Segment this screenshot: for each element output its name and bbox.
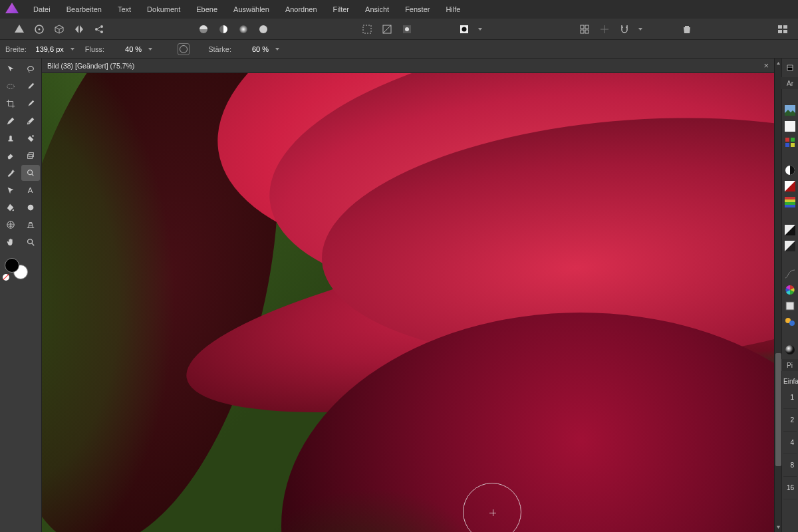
lasso-tool[interactable] xyxy=(21,61,40,77)
adj-swap-icon[interactable] xyxy=(783,315,797,329)
svg-point-4 xyxy=(100,31,103,33)
dropdown-icon[interactable] xyxy=(478,28,482,31)
canvas-viewport[interactable] xyxy=(42,73,774,532)
grid-snap-icon[interactable] xyxy=(576,21,593,38)
perspective-tool[interactable] xyxy=(21,217,40,233)
quickmask-icon[interactable] xyxy=(398,21,416,38)
menu-help[interactable]: Hilfe xyxy=(438,1,468,17)
eraser-tool[interactable] xyxy=(1,148,20,164)
pencil-tool[interactable] xyxy=(1,113,20,129)
adj-diag-dark-icon[interactable] xyxy=(783,223,797,237)
menu-edit[interactable]: Bearbeiten xyxy=(59,1,110,17)
brush-row[interactable]: 16 xyxy=(787,484,794,491)
menu-layer[interactable]: Ebene xyxy=(188,1,225,17)
target-icon[interactable] xyxy=(31,21,48,38)
scroll-track[interactable] xyxy=(775,67,782,523)
menu-window[interactable]: Fenster xyxy=(397,1,438,17)
svg-rect-38 xyxy=(791,138,795,142)
adj-diag-light-icon[interactable] xyxy=(783,239,797,253)
adj-sphere-icon[interactable] xyxy=(783,343,797,356)
no-color-icon[interactable] xyxy=(3,274,9,281)
dropdown-icon[interactable] xyxy=(148,48,152,51)
text-tool[interactable]: A xyxy=(21,182,40,198)
menu-document[interactable]: Dokument xyxy=(139,1,188,17)
wand-tool[interactable] xyxy=(1,165,20,181)
mesh-tool[interactable] xyxy=(1,217,20,233)
color-swatch[interactable] xyxy=(1,258,40,283)
cube-icon[interactable] xyxy=(51,21,68,38)
adj-red-grad-icon[interactable] xyxy=(783,180,797,193)
menu-text[interactable]: Text xyxy=(110,1,139,17)
document-tab[interactable]: Bild (38) [Geändert] (75.7%) xyxy=(47,62,134,70)
mask-bw-icon[interactable] xyxy=(456,21,473,38)
sphere-b-icon[interactable] xyxy=(215,21,232,38)
snap-off-icon[interactable] xyxy=(596,21,613,38)
adj-white-icon[interactable] xyxy=(783,120,797,133)
sphere-d-icon[interactable] xyxy=(255,21,272,38)
hand-tool[interactable] xyxy=(1,234,20,250)
adj-box-icon[interactable] xyxy=(783,299,797,313)
panel-tab-pi[interactable]: Pi xyxy=(784,360,795,370)
canvas-image xyxy=(42,73,774,532)
gradient-tool[interactable] xyxy=(21,200,40,215)
document-tab-title: Bild (38) [Geändert] (75.7%) xyxy=(47,62,134,70)
menu-file[interactable]: Datei xyxy=(25,1,59,17)
brush-row[interactable]: 8 xyxy=(790,462,794,469)
svg-point-27 xyxy=(32,135,34,137)
ellipse-marquee-tool[interactable] xyxy=(1,78,20,94)
trash-icon[interactable] xyxy=(678,21,696,38)
persona-photo-icon[interactable] xyxy=(11,21,28,38)
menu-arrange[interactable]: Anordnen xyxy=(277,1,325,17)
svg-rect-20 xyxy=(778,25,782,29)
healing-tool[interactable] xyxy=(21,113,40,129)
adj-stripes-icon[interactable] xyxy=(783,196,797,209)
foreground-color[interactable] xyxy=(5,258,19,273)
expand-panel-icon[interactable] xyxy=(783,61,797,74)
document-area: Bild (38) [Geändert] (75.7%) × xyxy=(42,59,774,532)
close-tab-icon[interactable]: × xyxy=(763,61,774,70)
menu-select[interactable]: Auswählen xyxy=(225,1,277,17)
brush-row[interactable]: 2 xyxy=(790,416,794,424)
brush-row[interactable]: 1 xyxy=(790,394,794,401)
share-icon[interactable] xyxy=(90,21,108,38)
crop-tool[interactable] xyxy=(1,96,20,112)
sphere-c-icon[interactable] xyxy=(235,21,252,38)
sphere-a-icon[interactable] xyxy=(195,21,212,38)
move-tool[interactable] xyxy=(1,61,20,77)
stamp-tool[interactable] xyxy=(1,130,20,146)
inpaint-tool[interactable] xyxy=(21,130,40,146)
staerke-input[interactable] xyxy=(235,45,269,53)
eyedropper-tool[interactable] xyxy=(21,96,40,112)
breite-input[interactable] xyxy=(31,45,64,53)
panel-tab-ar[interactable]: Ar xyxy=(784,78,796,88)
adj-squares-icon[interactable] xyxy=(783,136,797,149)
menu-view[interactable]: Ansicht xyxy=(357,1,397,17)
flip-h-icon[interactable] xyxy=(70,21,88,38)
panels-toggle-icon[interactable] xyxy=(774,21,791,38)
adj-curve-icon[interactable] xyxy=(783,267,797,281)
fluss-input[interactable] xyxy=(108,45,142,53)
magnet-icon[interactable] xyxy=(616,21,633,38)
scroll-down-icon[interactable] xyxy=(776,525,781,529)
vertical-scrollbar[interactable] xyxy=(774,59,781,532)
menu-filter[interactable]: Filter xyxy=(325,1,357,17)
fill-tool[interactable] xyxy=(1,200,20,215)
diagonal-icon[interactable] xyxy=(378,21,396,38)
adj-colorwheel-icon[interactable] xyxy=(783,283,797,297)
adj-contrast-icon[interactable] xyxy=(783,164,797,177)
scroll-up-icon[interactable] xyxy=(776,61,781,66)
brush-preview-icon[interactable] xyxy=(178,43,190,55)
pen-tool[interactable] xyxy=(1,182,20,198)
scroll-thumb[interactable] xyxy=(775,353,781,466)
svg-point-53 xyxy=(785,345,795,354)
dropdown-icon[interactable] xyxy=(275,48,279,51)
clone-tool[interactable] xyxy=(21,148,40,164)
brush-tool[interactable] xyxy=(21,78,40,94)
adj-landscape-icon[interactable] xyxy=(783,104,797,117)
zoom-tool[interactable] xyxy=(21,234,40,250)
dropdown-icon[interactable] xyxy=(638,28,642,31)
brush-row[interactable]: 4 xyxy=(790,439,794,446)
dropdown-icon[interactable] xyxy=(70,48,74,51)
marquee-icon[interactable] xyxy=(358,21,376,38)
dodge-tool[interactable] xyxy=(21,165,40,181)
